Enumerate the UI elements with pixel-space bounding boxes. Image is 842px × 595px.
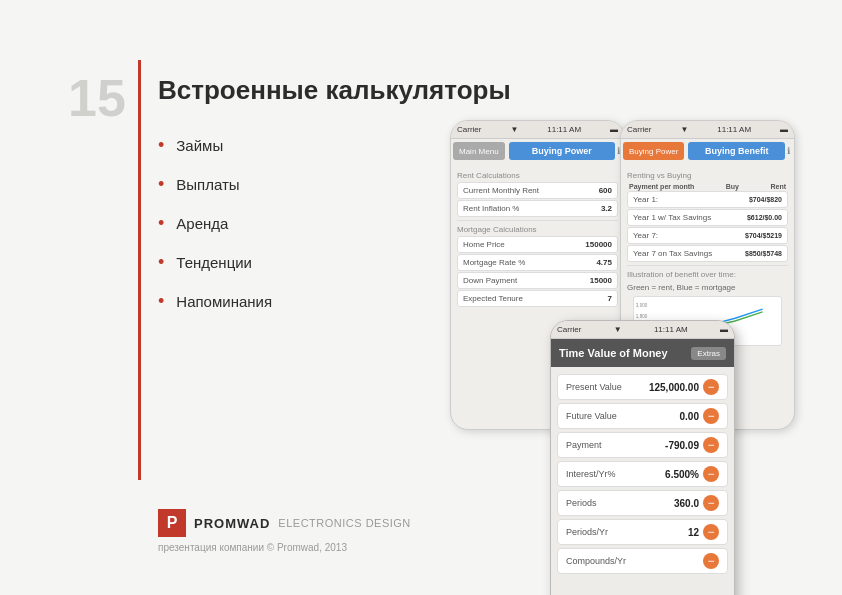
field-label: Down Payment [463,276,590,285]
clear-btn[interactable] [703,408,719,424]
input-row: Current Monthly Rent 600 [457,182,618,199]
wifi-icon: ▼ [510,125,518,134]
chart-label: Illustration of benefit over time: [627,270,788,279]
time: 11:11 AM [654,325,688,334]
carrier: Carrier [557,325,581,334]
nav-bar: Buying Power Buying Benefit ℹ [621,139,794,163]
logo-area: P PROMWAD ELECTRONICS DESIGN [158,509,411,537]
phone-content: Rent Calculations Current Monthly Rent 6… [451,163,624,312]
field-label: Rent Inflation % [463,204,601,213]
field-value: 4.75 [596,258,612,267]
input-row: Down Payment 15000 [457,272,618,289]
col-header: Rent [770,183,786,190]
tvm-field-present-value: Present Value 125,000.00 [557,374,728,400]
row-value: $704/$820 [749,196,782,203]
svg-text:3,000: 3,000 [636,303,648,308]
field-label: Compounds/Yr [566,556,626,566]
svg-text:1,800: 1,800 [636,314,648,319]
logo-company: PROMWAD [194,516,270,531]
divider [457,220,618,221]
list-item: Займы [158,135,272,156]
row-label: Year 1: [633,195,749,204]
field-right: 360.0 [674,495,719,511]
table-row: Year 1 w/ Tax Savings $612/$0.00 [627,209,788,226]
table-header: Payment per month Buy Rent [627,182,788,191]
input-row: Rent Inflation % 3.2 [457,200,618,217]
accent-bar [138,60,141,480]
field-value: 7 [608,294,612,303]
phones-container: Carrier ▼ 11:11 AM ▬ Main Menu Buying Po… [450,120,830,570]
field-label: Periods [566,498,597,508]
table-row: Year 7 on Tax Savings $850/$5748 [627,245,788,262]
row-label: Year 7 on Tax Savings [633,249,745,258]
field-label: Expected Tenure [463,294,608,303]
field-right: 125,000.00 [649,379,719,395]
buying-power-tab[interactable]: Buying Power [623,142,684,160]
row-value: $612/$0.00 [747,214,782,221]
row-label: Year 7: [633,231,745,240]
status-bar: Carrier ▼ 11:11 AM ▬ [551,321,734,339]
field-value: 15000 [590,276,612,285]
tvm-field-periods-yr: Periods/Yr 12 [557,519,728,545]
logo-tagline: ELECTRONICS DESIGN [278,517,410,529]
row-label: Year 1 w/ Tax Savings [633,213,747,222]
wifi-icon: ▼ [614,325,622,334]
page-title: Встроенные калькуляторы [158,75,511,106]
field-label: Payment [566,440,602,450]
list-item: Напоминания [158,291,272,312]
wifi-icon: ▼ [680,125,688,134]
field-right [699,553,719,569]
field-value: 600 [599,186,612,195]
input-row: Home Price 150000 [457,236,618,253]
battery-icon: ▬ [720,325,728,334]
page-number: 15 [68,68,126,128]
field-label: Home Price [463,240,585,249]
renting-section-label: Renting vs Buying [627,171,788,180]
clear-btn[interactable] [703,437,719,453]
input-row: Mortgage Rate % 4.75 [457,254,618,271]
battery-icon: ▬ [610,125,618,134]
clear-btn[interactable] [703,466,719,482]
clear-btn[interactable] [703,524,719,540]
field-value: 125,000.00 [649,382,699,393]
field-right: 0.00 [680,408,719,424]
field-value: 150000 [585,240,612,249]
carrier: Carrier [457,125,481,134]
field-value: 3.2 [601,204,612,213]
buying-power-btn[interactable]: Buying Power [509,142,615,160]
field-label: Mortgage Rate % [463,258,596,267]
info-icon: ℹ [787,146,790,156]
tvm-field-future-value: Future Value 0.00 [557,403,728,429]
field-label: Future Value [566,411,617,421]
main-menu-btn[interactable]: Main Menu [453,142,505,160]
tvm-field-compounds-yr: Compounds/Yr [557,548,728,574]
battery-icon: ▬ [780,125,788,134]
time: 11:11 AM [717,125,751,134]
chart-note: Green = rent, Blue = mortgage [627,283,788,292]
divider [627,265,788,266]
clear-btn[interactable] [703,553,719,569]
field-label: Interest/Yr% [566,469,616,479]
field-label: Present Value [566,382,622,392]
clear-btn[interactable] [703,379,719,395]
tvm-title: Time Value of Money [559,347,668,359]
tvm-field-payment: Payment -790.09 [557,432,728,458]
clear-btn[interactable] [703,495,719,511]
tvm-fields: Present Value 125,000.00 Future Value 0.… [551,367,734,595]
bullet-list: Займы Выплаты Аренда Тенденции Напоминан… [158,135,272,330]
list-item: Выплаты [158,174,272,195]
field-value: 12 [688,527,699,538]
table-row: Year 7: $704/$5219 [627,227,788,244]
rent-section-label: Rent Calculations [457,171,618,180]
extras-button[interactable]: Extras [691,347,726,360]
field-label: Periods/Yr [566,527,608,537]
field-label: Current Monthly Rent [463,186,599,195]
field-right: 12 [688,524,719,540]
tvm-header: Time Value of Money Extras [551,339,734,367]
copyright: презентация компании © Promwad, 2013 [158,542,347,553]
field-right: 6.500% [665,466,719,482]
buying-benefit-tab[interactable]: Buying Benefit [688,142,785,160]
field-value: -790.09 [665,440,699,451]
status-bar: Carrier ▼ 11:11 AM ▬ [451,121,624,139]
list-item: Аренда [158,213,272,234]
